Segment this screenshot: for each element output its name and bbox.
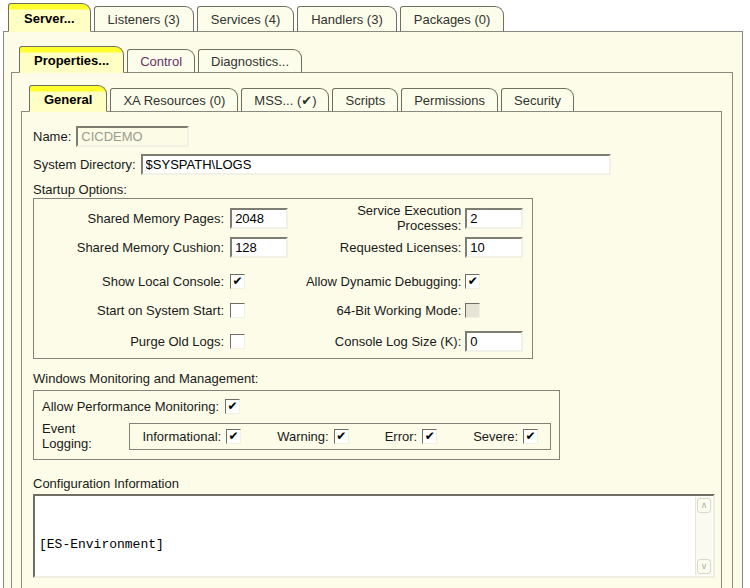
64-bit-working-mode-label: 64-Bit Working Mode: [291,303,461,318]
tab-scripts[interactable]: Scripts [332,88,398,112]
requested-licenses-label: Requested Licenses: [291,240,461,255]
show-local-console-label: Show Local Console: [40,274,224,289]
configuration-information-textarea[interactable]: [ES-Environment] SYSPATH=D:DEMO2ES_CICS … [33,494,715,578]
check-icon: ✔ [227,430,240,442]
check-icon: ✔ [226,400,239,412]
tab-listeners-label: Listeners (3) [108,12,180,27]
warning-checkbox[interactable]: ✔ [334,429,349,444]
console-log-size-label: Console Log Size (K): [291,334,461,349]
shared-memory-cushion-label: Shared Memory Cushion: [40,240,224,255]
chevron-down-icon: ∨ [701,561,708,571]
tab-packages[interactable]: Packages (0) [400,6,505,32]
monitoring-title: Windows Monitoring and Management: [33,371,713,386]
properties-pane: General XA Resources (0) MSS... (✔) Scri… [11,72,733,588]
event-logging-box: Informational: ✔ Warning: ✔ Error: ✔ [129,423,551,450]
tab-scripts-label: Scripts [345,93,385,108]
configuration-information-title: Configuration Information [33,476,713,491]
startup-row-1: Shared Memory Pages: Service Execution P… [40,207,526,229]
informational-checkbox[interactable]: ✔ [226,429,241,444]
startup-row-3: Show Local Console: ✔ Allow Dynamic Debu… [40,272,526,290]
purge-old-logs-checkbox[interactable] [230,334,245,349]
check-icon: ✔ [466,275,479,287]
shared-memory-pages-input[interactable] [230,208,288,229]
properties-section-tab-bar: General XA Resources (0) MSS... (✔) Scri… [21,85,722,112]
severe-label: Severe: [473,429,518,444]
event-logging-row: Event Logging: Informational: ✔ Warning:… [42,421,551,451]
name-row: Name: [33,125,713,147]
event-warning: Warning: ✔ [277,429,349,444]
tab-general[interactable]: General [29,85,107,112]
service-execution-processes-label: Service Execution Processes: [291,203,461,233]
64-bit-working-mode-checkbox [465,303,480,318]
tab-control[interactable]: Control [127,49,195,73]
server-tab-bar: Server... Listeners (3) Services (4) Han… [0,0,750,32]
tab-mss[interactable]: MSS... (✔) [241,88,329,112]
error-checkbox[interactable]: ✔ [422,429,437,444]
check-icon: ✔ [524,430,537,442]
name-label: Name: [33,129,71,144]
event-logging-label: Event Logging: [42,421,121,451]
requested-licenses-input[interactable] [465,237,523,258]
tab-server-label: Server... [24,11,75,26]
start-on-system-start-checkbox[interactable] [230,303,245,318]
tab-permissions-label: Permissions [414,93,485,108]
chevron-up-icon: ∧ [701,500,708,510]
scroll-down-button[interactable]: ∨ [697,559,711,574]
tab-packages-label: Packages (0) [414,12,491,27]
startup-row-2: Shared Memory Cushion: Requested License… [40,236,526,258]
tab-services-label: Services (4) [211,12,280,27]
tab-xa-resources-label: XA Resources (0) [123,93,225,108]
show-local-console-checkbox[interactable]: ✔ [230,274,245,289]
tab-security-label: Security [514,93,561,108]
tab-permissions[interactable]: Permissions [401,88,498,112]
event-severe: Severe: ✔ [473,429,538,444]
configuration-text: [ES-Environment] SYSPATH=D:DEMO2ES_CICS … [35,496,713,588]
tab-services[interactable]: Services (4) [197,6,294,32]
tab-properties[interactable]: Properties... [19,46,124,73]
purge-old-logs-label: Purge Old Logs: [40,334,224,349]
allow-performance-monitoring-label: Allow Performance Monitoring: [42,399,219,414]
tab-server[interactable]: Server... [8,3,91,32]
start-on-system-start-label: Start on System Start: [40,303,224,318]
performance-monitoring-row: Allow Performance Monitoring: ✔ [42,397,551,415]
allow-performance-monitoring-checkbox[interactable]: ✔ [225,399,240,414]
system-directory-input[interactable] [141,154,611,175]
scroll-up-button[interactable]: ∧ [697,498,711,513]
startup-options-box: Shared Memory Pages: Service Execution P… [33,198,533,359]
tab-handlers[interactable]: Handlers (3) [297,6,397,32]
name-input [76,126,189,147]
tab-diagnostics[interactable]: Diagnostics... [198,49,302,73]
server-pane: Properties... Control Diagnostics... Gen… [3,31,743,588]
server-section-tab-bar: Properties... Control Diagnostics... [11,46,733,73]
enterprise-server-admin-page: Server... Listeners (3) Services (4) Han… [0,0,750,588]
check-icon: ✔ [231,275,244,287]
error-label: Error: [385,429,418,444]
tab-xa-resources[interactable]: XA Resources (0) [110,88,238,112]
console-log-size-input[interactable] [465,331,523,352]
warning-label: Warning: [277,429,329,444]
allow-dynamic-debugging-label: Allow Dynamic Debugging: [291,274,461,289]
event-error: Error: ✔ [385,429,438,444]
allow-dynamic-debugging-checkbox[interactable]: ✔ [465,274,480,289]
startup-row-4: Start on System Start: 64-Bit Working Mo… [40,301,526,319]
severe-checkbox[interactable]: ✔ [523,429,538,444]
general-pane: Name: System Directory: Startup Options:… [21,111,722,588]
informational-label: Informational: [142,429,221,444]
tab-mss-label: MSS... (✔) [254,93,316,108]
startup-row-5: Purge Old Logs: Console Log Size (K): [40,330,526,352]
config-line: [ES-Environment] [39,535,691,554]
check-icon: ✔ [335,430,348,442]
system-directory-label: System Directory: [33,157,136,172]
service-execution-processes-input[interactable] [465,208,523,229]
system-directory-row: System Directory: [33,153,713,175]
monitoring-box: Allow Performance Monitoring: ✔ Event Lo… [33,390,560,460]
check-icon: ✔ [423,430,436,442]
scrollbar[interactable]: ∧ ∨ [695,497,712,575]
shared-memory-cushion-input[interactable] [230,237,288,258]
tab-handlers-label: Handlers (3) [311,12,383,27]
shared-memory-pages-label: Shared Memory Pages: [40,211,224,226]
tab-listeners[interactable]: Listeners (3) [94,6,194,32]
startup-options-title: Startup Options: [33,182,713,197]
tab-control-label: Control [140,54,182,69]
tab-security[interactable]: Security [501,88,574,112]
